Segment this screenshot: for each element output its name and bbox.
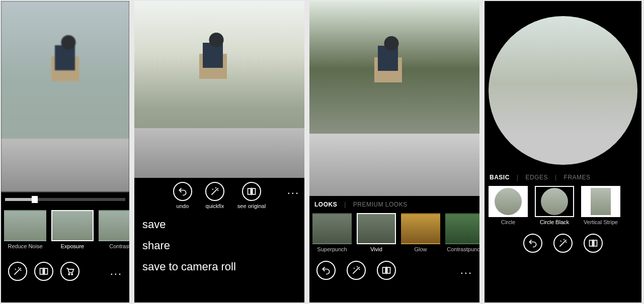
- compare-icon: [381, 265, 391, 275]
- frame-label: Circle: [501, 219, 515, 225]
- look-label: Glow: [414, 246, 427, 252]
- svg-rect-5: [248, 188, 251, 194]
- tab-separator: |: [344, 201, 346, 208]
- compare-icon: [247, 186, 257, 196]
- action-label: quickfix: [206, 203, 224, 209]
- thumb-reduce-noise[interactable]: Reduce Noise: [4, 210, 46, 255]
- thumb-label: Reduce Noise: [8, 243, 42, 249]
- toolbar: [485, 228, 641, 258]
- shop-button[interactable]: [60, 262, 79, 281]
- overflow-menu: save share save to camera roll: [134, 211, 304, 283]
- frame-label: Vertical Stripe: [584, 219, 618, 225]
- frames-row: Circle Circle Black Vertical Stripe: [485, 184, 641, 228]
- undo-icon: [528, 238, 538, 248]
- more-button[interactable]: ...: [287, 184, 299, 197]
- svg-point-4: [71, 274, 73, 275]
- svg-rect-6: [253, 188, 256, 194]
- svg-rect-0: [40, 268, 43, 274]
- wand-icon: [210, 186, 220, 196]
- quickfix-button[interactable]: [347, 261, 366, 280]
- quickfix-button[interactable]: [553, 234, 573, 253]
- photo-preview[interactable]: [134, 1, 304, 178]
- tab-separator: |: [555, 174, 557, 181]
- looks-tabs: LOOKS | PREMIUM LOOKS: [309, 196, 479, 211]
- svg-rect-11: [590, 240, 593, 246]
- photo-preview[interactable]: [309, 1, 479, 196]
- top-spacer: [485, 1, 641, 12]
- thumb-label: Contrast: [109, 243, 129, 249]
- svg-rect-12: [594, 240, 597, 246]
- framed-photo-preview[interactable]: [485, 12, 641, 169]
- toolbar: ...: [1, 256, 129, 286]
- compare-button[interactable]: [242, 182, 261, 201]
- more-button[interactable]: ...: [110, 265, 122, 278]
- tab-premium-looks[interactable]: PREMIUM LOOKS: [353, 201, 408, 208]
- frame-circle[interactable]: Circle: [488, 186, 529, 225]
- corrections-row: Reduce Noise Exposure Contrast: [1, 207, 129, 256]
- frame-circle-black[interactable]: Circle Black: [534, 186, 575, 225]
- look-vivid[interactable]: Vivid: [357, 213, 396, 252]
- compare-button[interactable]: [34, 262, 53, 281]
- svg-rect-1: [45, 268, 48, 274]
- menu-save[interactable]: save: [141, 214, 297, 235]
- toolbar: ...: [309, 255, 479, 285]
- action-bar: undo quickfix see original ...: [134, 178, 304, 211]
- tab-looks[interactable]: LOOKS: [314, 201, 337, 208]
- screen-frames: BASIC | EDGES | FRAMES Circle Circle Bla…: [485, 1, 641, 302]
- thumb-contrast[interactable]: Contrast: [99, 210, 129, 255]
- undo-icon: [178, 186, 188, 196]
- look-contrastpunch[interactable]: Contrastpunch: [445, 213, 479, 252]
- svg-rect-8: [383, 267, 386, 273]
- menu-share[interactable]: share: [141, 235, 297, 256]
- quickfix-button[interactable]: [8, 262, 27, 281]
- undo-button[interactable]: [173, 182, 192, 201]
- thumb-label: Exposure: [61, 243, 84, 249]
- svg-point-3: [68, 274, 70, 275]
- tab-frames[interactable]: FRAMES: [564, 174, 591, 181]
- action-label: undo: [177, 203, 189, 209]
- compare-button[interactable]: [377, 261, 396, 280]
- tab-separator: |: [517, 174, 519, 181]
- look-superpunch[interactable]: Superpunch: [312, 213, 352, 252]
- wand-icon: [351, 265, 361, 275]
- look-label: Vivid: [370, 246, 382, 252]
- screen-corrections: Reduce Noise Exposure Contrast ...: [1, 1, 129, 302]
- frame-label: Circle Black: [540, 219, 569, 225]
- tab-edges[interactable]: EDGES: [525, 174, 548, 181]
- look-glow[interactable]: Glow: [401, 213, 440, 252]
- screen-looks: LOOKS | PREMIUM LOOKS Superpunch Vivid G…: [309, 1, 479, 302]
- screen-menu: undo quickfix see original ... save shar…: [134, 1, 304, 302]
- undo-button[interactable]: [316, 261, 336, 280]
- undo-icon: [321, 265, 331, 275]
- undo-button[interactable]: [523, 234, 542, 253]
- quickfix-button[interactable]: [205, 182, 224, 201]
- svg-rect-9: [387, 267, 390, 273]
- look-label: Superpunch: [317, 246, 347, 252]
- photo-preview[interactable]: [1, 1, 129, 192]
- look-label: Contrastpunch: [447, 246, 479, 252]
- more-button[interactable]: ...: [460, 264, 472, 277]
- undo-action[interactable]: undo: [173, 182, 192, 209]
- wand-icon: [558, 238, 568, 248]
- menu-save-camera-roll[interactable]: save to camera roll: [141, 256, 297, 277]
- tab-basic[interactable]: BASIC: [490, 174, 510, 181]
- compare-icon: [39, 266, 49, 276]
- compare-button[interactable]: [584, 234, 603, 253]
- looks-row: Superpunch Vivid Glow Contrastpunch: [309, 211, 479, 255]
- adjust-slider[interactable]: [1, 192, 129, 207]
- quickfix-action[interactable]: quickfix: [205, 182, 224, 209]
- thumb-exposure[interactable]: Exposure: [51, 210, 94, 255]
- see-original-action[interactable]: see original: [237, 182, 266, 209]
- frames-tabs: BASIC | EDGES | FRAMES: [485, 169, 641, 184]
- wand-icon: [13, 266, 23, 276]
- action-label: see original: [237, 203, 266, 209]
- frame-vertical-stripe[interactable]: Vertical Stripe: [580, 186, 621, 225]
- cart-icon: [65, 266, 75, 276]
- compare-icon: [588, 238, 598, 248]
